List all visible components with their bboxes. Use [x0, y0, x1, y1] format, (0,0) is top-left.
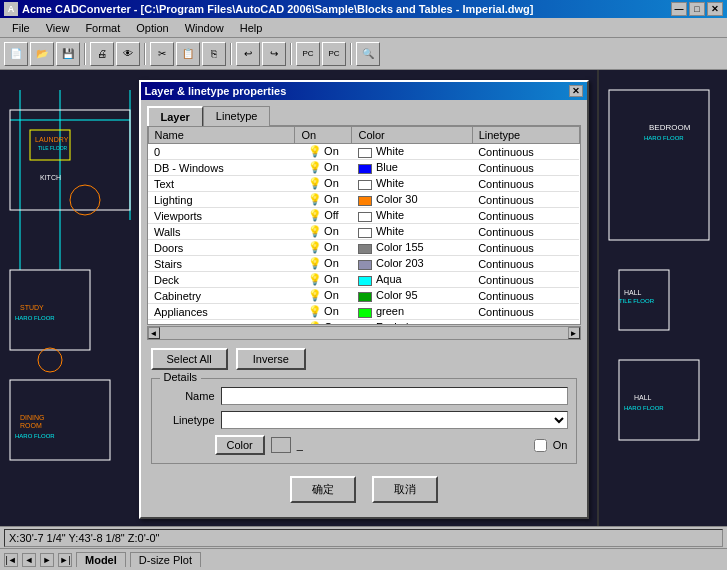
scroll-left[interactable]: ◄: [148, 327, 160, 339]
h-scrollbar[interactable]: ◄ ►: [147, 326, 581, 340]
cancel-button[interactable]: 取消: [372, 476, 438, 503]
col-name[interactable]: Name: [148, 127, 295, 144]
layer-on: 💡On: [295, 256, 352, 272]
layer-color: White: [352, 208, 472, 224]
tool-8[interactable]: PC: [296, 42, 320, 66]
layer-name: Deck: [148, 272, 295, 288]
layer-name: Power: [148, 320, 295, 326]
layer-linetype: Continuous: [472, 160, 579, 176]
layer-on: 💡On: [295, 320, 352, 326]
new-button[interactable]: 📄: [4, 42, 28, 66]
dialog-title: Layer & linetype properties: [145, 85, 287, 97]
layer-on: 💡On: [295, 176, 352, 192]
menu-format[interactable]: Format: [77, 20, 128, 36]
table-row[interactable]: DB - Windows💡OnBlueContinuous: [148, 160, 579, 176]
layer-linetype: Continuous: [472, 272, 579, 288]
table-row[interactable]: Power💡OnFuchsiaContinuous: [148, 320, 579, 326]
layer-name: Viewports: [148, 208, 295, 224]
menu-file[interactable]: File: [4, 20, 38, 36]
action-buttons: Select All Inverse: [151, 348, 577, 370]
tool-5[interactable]: ⎘: [202, 42, 226, 66]
tab-linetype[interactable]: Linetype: [203, 106, 271, 126]
menu-window[interactable]: Window: [177, 20, 232, 36]
nav-first[interactable]: |◄: [4, 553, 18, 567]
layer-color: green: [352, 304, 472, 320]
dialog-close-button[interactable]: ✕: [569, 85, 583, 97]
layer-on: 💡On: [295, 304, 352, 320]
tool-7[interactable]: ↪: [262, 42, 286, 66]
tool-4[interactable]: 📋: [176, 42, 200, 66]
layer-on: 💡On: [295, 224, 352, 240]
col-color[interactable]: Color: [352, 127, 472, 144]
color-button[interactable]: Color: [215, 435, 265, 455]
select-all-button[interactable]: Select All: [151, 348, 228, 370]
col-on[interactable]: On: [295, 127, 352, 144]
table-row[interactable]: Stairs💡OnColor 203Continuous: [148, 256, 579, 272]
status-coords: X:30'-7 1/4" Y:43'-8 1/8" Z:0'-0": [4, 529, 723, 547]
layer-color: Aqua: [352, 272, 472, 288]
layer-linetype: Continuous: [472, 208, 579, 224]
layer-table-wrapper[interactable]: Name On Color Linetype 0💡OnWhiteContinuo…: [147, 125, 581, 325]
save-button[interactable]: 💾: [56, 42, 80, 66]
name-row: Name: [160, 387, 568, 405]
statusbar: X:30'-7 1/4" Y:43'-8 1/8" Z:0'-0": [0, 526, 727, 548]
table-row[interactable]: Cabinetry💡OnColor 95Continuous: [148, 288, 579, 304]
layer-dialog: Layer & linetype properties ✕ Layer Line…: [139, 80, 589, 519]
nav-next[interactable]: ►: [40, 553, 54, 567]
scroll-right[interactable]: ►: [568, 327, 580, 339]
tool-10[interactable]: 🔍: [356, 42, 380, 66]
bottombar: |◄ ◄ ► ►| Model D-size Plot: [0, 548, 727, 570]
toolbar-sep-3: [230, 43, 232, 65]
model-tab[interactable]: Model: [76, 552, 126, 567]
layer-linetype: Continuous: [472, 224, 579, 240]
print-button[interactable]: 🖨: [90, 42, 114, 66]
on-checkbox[interactable]: [534, 439, 547, 452]
layer-linetype: Continuous: [472, 288, 579, 304]
layer-name: Walls: [148, 224, 295, 240]
table-row[interactable]: Viewports💡OffWhiteContinuous: [148, 208, 579, 224]
toolbar-sep-5: [350, 43, 352, 65]
details-group: Details Name Linetype: [151, 378, 577, 464]
layer-on: 💡On: [295, 272, 352, 288]
plot-tab[interactable]: D-size Plot: [130, 552, 201, 567]
preview-button[interactable]: 👁: [116, 42, 140, 66]
col-linetype[interactable]: Linetype: [472, 127, 579, 144]
details-legend: Details: [160, 371, 202, 383]
dialog-footer: 确定 取消: [147, 468, 581, 511]
menu-option[interactable]: Option: [128, 20, 176, 36]
tool-3[interactable]: ✂: [150, 42, 174, 66]
menu-help[interactable]: Help: [232, 20, 271, 36]
nav-prev[interactable]: ◄: [22, 553, 36, 567]
linetype-select[interactable]: [221, 411, 568, 429]
table-row[interactable]: Lighting💡OnColor 30Continuous: [148, 192, 579, 208]
layer-linetype: Continuous: [472, 320, 579, 326]
minimize-button[interactable]: —: [671, 2, 687, 16]
close-button[interactable]: ✕: [707, 2, 723, 16]
inverse-button[interactable]: Inverse: [236, 348, 306, 370]
table-row[interactable]: Deck💡OnAquaContinuous: [148, 272, 579, 288]
name-input[interactable]: [221, 387, 568, 405]
table-row[interactable]: 0💡OnWhiteContinuous: [148, 144, 579, 160]
table-row[interactable]: Text💡OnWhiteContinuous: [148, 176, 579, 192]
underscore-label: _: [297, 439, 303, 451]
tab-layer[interactable]: Layer: [147, 106, 203, 126]
table-row[interactable]: Walls💡OnWhiteContinuous: [148, 224, 579, 240]
linetype-row: Linetype: [160, 411, 568, 429]
open-button[interactable]: 📂: [30, 42, 54, 66]
layer-linetype: Continuous: [472, 144, 579, 160]
layer-linetype: Continuous: [472, 240, 579, 256]
layer-table: Name On Color Linetype 0💡OnWhiteContinuo…: [148, 126, 580, 325]
maximize-button[interactable]: □: [689, 2, 705, 16]
nav-last[interactable]: ►|: [58, 553, 72, 567]
tool-9[interactable]: PC: [322, 42, 346, 66]
table-row[interactable]: Appliances💡OngreenContinuous: [148, 304, 579, 320]
layer-name: Appliances: [148, 304, 295, 320]
main-area: LAUNDRY TILE FLOOR KITCH STUDY HARO FLOO…: [0, 70, 727, 526]
app-window: A Acme CADConverter - [C:\Program Files\…: [0, 0, 727, 570]
layer-color: Blue: [352, 160, 472, 176]
ok-button[interactable]: 确定: [290, 476, 356, 503]
menu-view[interactable]: View: [38, 20, 78, 36]
tool-6[interactable]: ↩: [236, 42, 260, 66]
color-preview-swatch: [271, 437, 291, 453]
table-row[interactable]: Doors💡OnColor 155Continuous: [148, 240, 579, 256]
